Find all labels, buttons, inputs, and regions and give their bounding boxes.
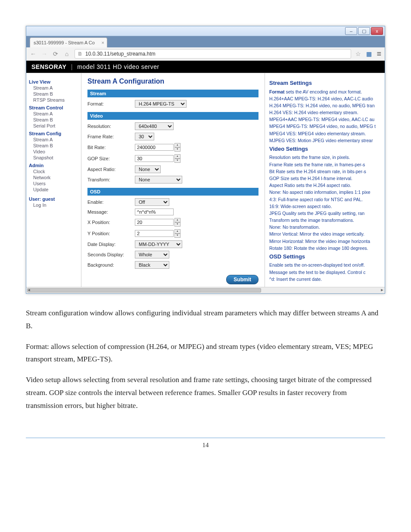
help-line: Mirror Vertical: Mirror the video image … [269,231,381,237]
tab-strip: s3011-999999 - Stream A Co × [26,36,385,47]
sidebar-item[interactable]: Stream A [33,137,78,142]
horizontal-scrollbar[interactable]: ◄ ► [26,287,385,293]
minimize-button[interactable]: – [345,27,357,35]
spinner-ypos[interactable]: ▴▾ [174,229,181,238]
bookmark-icon[interactable]: ☆ [355,50,361,57]
help-heading-video: Video Settings [269,145,381,153]
sidebar-head-liveview[interactable]: Live View [29,79,78,84]
spinner-gopsize[interactable]: ▴▾ [174,154,181,163]
label-osd-ypos: Y Position: [87,231,135,236]
maximize-button[interactable]: ▢ [358,27,370,35]
label-secondsdisplay: Seconds Display: [87,252,135,257]
help-line: Format sets the AV encoding and mux form… [269,89,381,95]
tab-close-icon[interactable]: × [101,40,104,45]
sidebar-item[interactable]: Stream A [33,111,78,116]
label-datedisplay: Date Display: [87,242,135,247]
document-body: Stream configuration window allows confi… [26,307,385,412]
tab-title: s3011-999999 - Stream A Co [34,40,95,45]
help-line: H.264 MPEG-TS: H.264 video, no audio, MP… [269,103,381,109]
sidebar-item[interactable]: Serial Port [33,123,78,128]
sidebar: Live View Stream A Stream B RTSP Streams… [26,73,81,287]
sidebar-item[interactable]: Snapshot [33,155,78,160]
label-resolution: Resolution: [87,124,135,129]
help-line: H.264+AAC MPEG-TS: H.264 video, AAC-LC a… [269,96,381,102]
reload-icon[interactable]: ⟳ [52,50,59,57]
help-line: Rotate 180: Rotate the video image 180 d… [269,245,381,251]
select-datedisplay[interactable]: MM-DD-YYYY [135,240,182,248]
help-line: MPEG4+AAC MPEG-TS: MPEG4 video, AAC-LC a… [269,116,381,122]
select-secondsdisplay[interactable]: Whole [135,251,169,258]
help-line: Enable sets the on-screen-displayed text… [269,262,381,268]
help-line: H.264 VES: H.264 video elementary stream… [269,109,381,115]
scroll-left-icon[interactable]: ◄ [26,288,31,293]
sidebar-item[interactable]: Users [33,181,78,186]
sidebar-head-streamcontrol[interactable]: Stream Control [29,105,78,110]
label-osd-xpos: X Position: [87,220,135,225]
section-video: Video [87,112,258,120]
spinner-xpos[interactable]: ▴▾ [174,218,181,227]
sidebar-item[interactable]: Stream A [33,85,78,90]
label-osd-enable: Enable: [87,199,135,205]
spinner-bitrate[interactable]: ▴▾ [174,143,181,152]
label-background: Background: [87,262,135,268]
url-field[interactable]: 🗎 10.0.30.11/setup_streama.htm [75,49,351,59]
extension-icon[interactable]: ▦ [365,50,372,57]
help-line: MPEG4 VES: MPEG4 video elementary stream… [269,131,381,137]
select-resolution[interactable]: 640x480 [135,122,174,130]
help-line: JPEG Quality sets the JPEG quality setti… [269,210,381,216]
submit-button[interactable]: Submit [226,275,258,284]
help-heading-osd: OSD Settings [269,253,381,261]
scroll-right-icon[interactable]: ► [380,288,385,293]
select-format[interactable]: H.264 MPEG-TS [135,100,187,108]
sidebar-item[interactable]: RTSP Streams [33,97,78,103]
sidebar-item[interactable]: Update [33,187,78,192]
help-line: None: No aspect ratio information, impli… [269,189,381,195]
sidebar-item[interactable]: Stream B [33,91,78,96]
input-bitrate[interactable] [135,144,174,151]
select-aspectratio[interactable]: None [135,165,161,173]
sidebar-item[interactable]: Stream B [33,117,78,122]
brand-name: SENSORAY [31,63,66,70]
help-line: Resolution sets the frame size, in pixel… [269,154,381,160]
url-text: 10.0.30.11/setup_streama.htm [85,51,156,57]
help-line: Frame Rate sets the frame rate, in frame… [269,162,381,168]
help-line: 4:3: Full-frame aspect ratio for NTSC an… [269,196,381,202]
back-icon[interactable]: ← [30,50,37,57]
home-icon[interactable]: ⌂ [63,50,70,57]
input-osd-ypos[interactable] [135,230,174,237]
sidebar-head-streamconfig[interactable]: Stream Config [29,131,78,136]
model-name: model 3011 HD video server [77,63,159,70]
help-line: GOP Size sets the H.264 I-frame interval… [269,175,381,181]
select-framerate[interactable]: 30 [135,133,154,140]
section-osd: OSD [87,188,258,196]
sidebar-item[interactable]: Network [33,175,78,180]
login-link[interactable]: Log In [33,202,78,208]
label-aspectratio: Aspect Ratio: [87,167,135,172]
forward-icon[interactable]: → [41,50,48,57]
section-stream: Stream [87,90,258,97]
browser-tab[interactable]: s3011-999999 - Stream A Co × [30,37,107,47]
sidebar-item[interactable]: Clock [33,169,78,174]
select-transform[interactable]: None [135,176,182,184]
input-gopsize[interactable] [135,155,174,162]
browser-window: – ▢ x s3011-999999 - Stream A Co × ← → ⟳… [26,26,385,294]
sidebar-head-admin[interactable]: Admin [29,163,78,168]
select-background[interactable]: Black [135,261,169,269]
paragraph: Stream configuration window allows confi… [26,307,385,333]
help-line: ^d: Insert the current date. [269,276,381,282]
window-titlebar: – ▢ x [26,26,385,36]
sidebar-item[interactable]: Stream B [33,143,78,148]
select-osd-enable[interactable]: Off [135,198,169,206]
help-line: Aspect Ratio sets the H.264 aspect ratio… [269,182,381,188]
input-osd-message[interactable] [135,208,174,215]
help-line: MPEG4 MPEG-TS: MPEG4 video, no audio, MP… [269,123,381,129]
help-line: None: No transformation. [269,224,381,230]
sidebar-item[interactable]: Video [33,149,78,154]
menu-icon[interactable]: ≡ [377,50,381,59]
input-osd-xpos[interactable] [135,219,174,226]
label-osd-message: Message: [87,209,135,215]
page-title: Stream A Configuration [87,78,258,85]
page-number: 14 [202,442,209,448]
label-bitrate: Bit Rate: [87,145,135,150]
close-button[interactable]: x [371,27,383,35]
